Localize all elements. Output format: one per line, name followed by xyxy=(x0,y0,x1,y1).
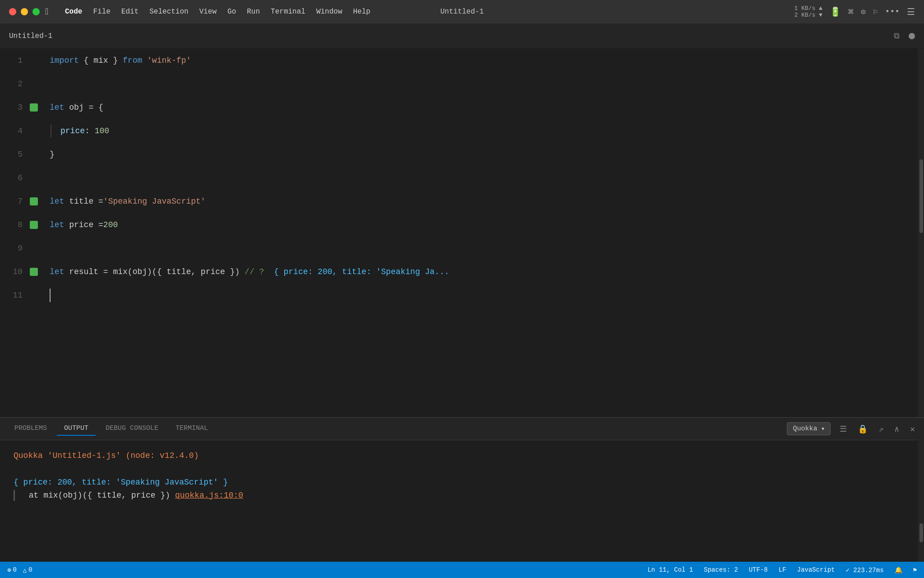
menu-code[interactable]: Code xyxy=(65,8,82,16)
code-editor[interactable]: import { mix } from 'wink-fp' let obj = … xyxy=(41,49,918,417)
timing: ✓ 223.27ms xyxy=(846,566,884,574)
close-panel-icon[interactable]: ✕ xyxy=(908,422,917,436)
output-line-1: Quokka 'Untitled-1.js' (node: v12.4.0) xyxy=(14,449,910,462)
status-errors[interactable]: ⊗ 0 △ 0 xyxy=(7,566,32,574)
error-icon: ⊗ xyxy=(7,566,11,574)
tab-problems[interactable]: PROBLEMS xyxy=(7,422,54,436)
split-editor-icon[interactable]: ⧉ xyxy=(894,32,900,41)
menu-window[interactable]: Window xyxy=(316,8,342,16)
code-line-4: price : 100 xyxy=(50,119,909,143)
panel-tabs-left: PROBLEMS OUTPUT DEBUG CONSOLE TERMINAL xyxy=(7,422,215,436)
menu-terminal[interactable]: Terminal xyxy=(271,8,305,16)
code-line-2 xyxy=(50,72,909,96)
feedback-icon[interactable]: ⚑ xyxy=(913,566,917,574)
gutter-dot-3 xyxy=(30,103,38,112)
code-line-6 xyxy=(50,166,909,190)
panel-content: Quokka 'Untitled-1.js' (node: v12.4.0) {… xyxy=(0,440,924,562)
collapse-panel-icon[interactable]: ∧ xyxy=(892,422,901,436)
error-count: 0 xyxy=(13,566,16,573)
warning-count: 0 xyxy=(28,566,32,573)
titlebar:  Code File Edit Selection View Go Run T… xyxy=(0,0,924,23)
code-line-7: let title = 'Speaking JavaScript' xyxy=(50,190,909,213)
output-line-4: at mix(obj)({ title, price }) quokka.js:… xyxy=(14,489,910,502)
menu-view[interactable]: View xyxy=(199,8,217,16)
gutter xyxy=(27,49,41,417)
notifications-icon[interactable]: 🔔 xyxy=(895,566,902,574)
code-line-1: import { mix } from 'wink-fp' xyxy=(50,49,909,72)
statusbar-left: ⊗ 0 △ 0 xyxy=(7,566,32,574)
scrollbar-thumb[interactable] xyxy=(919,159,923,233)
window-title: Untitled-1 xyxy=(440,8,484,16)
indentation[interactable]: Spaces: 2 xyxy=(704,566,738,573)
code-line-8: let price = 200 xyxy=(50,213,909,237)
editor-tab-title[interactable]: Untitled-1 xyxy=(9,32,52,40)
unsaved-indicator xyxy=(909,33,915,39)
wifi-icon: ⌘ xyxy=(848,6,854,18)
statusbar-right: Ln 11, Col 1 Spaces: 2 UTF-8 LF JavaScri… xyxy=(647,566,917,574)
line-numbers: 1 2 3 4 5 6 7 8 9 10 11 xyxy=(0,49,27,417)
editor-header: Untitled-1 ⧉ xyxy=(0,23,924,49)
output-line-empty xyxy=(14,462,910,476)
tab-output[interactable]: OUTPUT xyxy=(57,422,96,436)
gutter-dot-8 xyxy=(30,221,38,229)
code-line-5: } xyxy=(50,143,909,166)
editor-scrollbar[interactable] xyxy=(918,49,924,417)
menu-selection[interactable]: Selection xyxy=(149,8,188,16)
menu-bar:  Code File Edit Selection View Go Run T… xyxy=(45,7,370,17)
editor-header-actions: ⧉ xyxy=(894,32,915,41)
menu-go[interactable]: Go xyxy=(227,8,236,16)
clear-output-icon[interactable]: ☰ xyxy=(838,422,849,436)
gutter-dot-7 xyxy=(30,197,38,205)
cast-icon: ⊙ xyxy=(861,7,866,17)
output-link[interactable]: quokka.js:10:0 xyxy=(175,491,243,500)
line-ending[interactable]: LF xyxy=(779,566,786,573)
output-source-selector[interactable]: Quokka ▾ xyxy=(787,422,831,435)
lock-icon[interactable]: 🔒 xyxy=(856,422,869,436)
code-line-9 xyxy=(50,237,909,260)
menu-help[interactable]: Help xyxy=(353,8,370,16)
code-line-10: let result = mix(obj)({ title, price }) … xyxy=(50,260,909,284)
code-line-3: let obj = { xyxy=(50,96,909,119)
output-source-label: Quokka xyxy=(793,425,817,433)
titlebar-right: 1 KB/s ▲2 KB/s ▼ 🔋 ⌘ ⊙ ⚐ ••• ☰ xyxy=(794,5,915,19)
code-line-11 xyxy=(50,284,909,307)
gutter-dot-10 xyxy=(30,268,38,276)
language-mode[interactable]: JavaScript xyxy=(797,566,835,573)
cursor-position[interactable]: Ln 11, Col 1 xyxy=(647,566,693,573)
list-icon: ☰ xyxy=(907,6,915,18)
chevron-down-icon: ▾ xyxy=(821,424,825,433)
network-speed: 1 KB/s ▲2 KB/s ▼ xyxy=(794,5,822,19)
tab-terminal[interactable]: TERMINAL xyxy=(168,422,215,436)
menu-run[interactable]: Run xyxy=(247,8,260,16)
apple-logo-icon:  xyxy=(45,7,51,17)
menu-file[interactable]: File xyxy=(93,8,110,16)
maximize-button[interactable] xyxy=(32,8,40,15)
panel: PROBLEMS OUTPUT DEBUG CONSOLE TERMINAL Q… xyxy=(0,417,924,562)
panel-tabs-right: Quokka ▾ ☰ 🔒 ⇗ ∧ ✕ xyxy=(787,422,917,436)
battery-icon: 🔋 xyxy=(830,6,841,18)
minimize-button[interactable] xyxy=(21,8,28,15)
tab-debug-console[interactable]: DEBUG CONSOLE xyxy=(98,422,166,436)
encoding[interactable]: UTF-8 xyxy=(749,566,768,573)
menu-edit[interactable]: Edit xyxy=(121,8,139,16)
statusbar: ⊗ 0 △ 0 Ln 11, Col 1 Spaces: 2 UTF-8 LF … xyxy=(0,562,924,578)
traffic-lights xyxy=(9,8,40,15)
panel-scrollbar[interactable] xyxy=(918,434,924,562)
panel-scrollbar-thumb[interactable] xyxy=(919,523,923,543)
panel-tabs: PROBLEMS OUTPUT DEBUG CONSOLE TERMINAL Q… xyxy=(0,418,924,440)
editor-area: 1 2 3 4 5 6 7 8 9 10 11 import { mix } f… xyxy=(0,49,924,417)
warning-icon: △ xyxy=(23,566,27,574)
open-output-icon[interactable]: ⇗ xyxy=(877,422,885,436)
output-at-text: at mix(obj)({ title, price }) xyxy=(29,491,175,500)
more-icon: ••• xyxy=(885,7,900,16)
notification-icon: ⚐ xyxy=(873,7,878,17)
output-line-3: { price: 200, title: 'Speaking JavaScrip… xyxy=(14,476,910,489)
close-button[interactable] xyxy=(9,8,16,15)
